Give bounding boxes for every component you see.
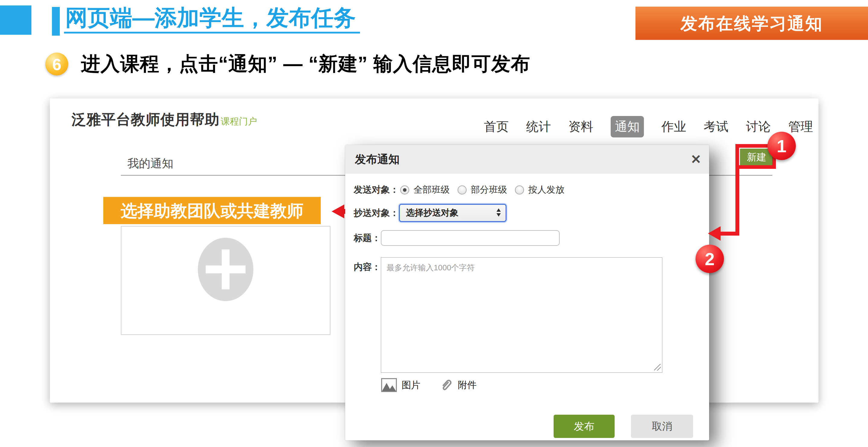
decor-square (0, 5, 31, 35)
nav-item-statistics[interactable]: 统计 (526, 118, 551, 135)
cc-select[interactable]: 选择抄送对象 (399, 204, 506, 222)
content-textarea[interactable] (381, 257, 662, 373)
topic-banner: 发布在线学习通知 (636, 7, 868, 40)
annotation-line-horizontal (719, 232, 739, 235)
select-arrows-icon (497, 209, 501, 217)
site-brand: 泛雅平台教师使用帮助 (71, 110, 220, 129)
radio-all-classes-label: 全部班级 (413, 184, 450, 196)
nav-item-home[interactable]: 首页 (484, 118, 508, 135)
send-to-row: 发送对象： 全部班级 部分班级 按人发放 (354, 184, 564, 196)
step-number-badge: 6 (45, 53, 68, 75)
nav-item-discussion[interactable]: 讨论 (746, 118, 771, 135)
cc-select-value: 选择抄送对象 (406, 207, 459, 219)
title-row: 标题： (354, 230, 560, 246)
radio-by-person-label: 按人发放 (528, 184, 564, 196)
radio-icon[interactable] (515, 186, 524, 194)
site-brand-suffix[interactable]: 课程门户 (221, 116, 257, 128)
nav-item-notice[interactable]: 通知 (611, 116, 644, 137)
main-nav: 首页 统计 资料 通知 作业 考试 讨论 管理 (484, 116, 813, 137)
modal-title: 发布通知 (355, 145, 400, 174)
tab-my-notices[interactable]: 我的通知 (127, 156, 173, 171)
resize-handle[interactable] (654, 364, 661, 371)
step-badge-2: 2 (695, 245, 724, 273)
site-header: 泛雅平台教师使用帮助 课程门户 (71, 110, 257, 129)
callout-arrow-icon (332, 204, 344, 218)
annotation-line-vertical (736, 165, 739, 235)
radio-some-classes[interactable]: 部分班级 (458, 184, 507, 196)
attach-row: 图片 附件 (381, 378, 476, 392)
content-textarea-wrap (381, 257, 662, 373)
callout-label: 选择助教团队或共建教师 (103, 197, 321, 224)
nav-item-exam[interactable]: 考试 (704, 118, 728, 135)
step-badge-1: 1 (768, 132, 796, 160)
slide-title: 网页端—添加学生，发布任务 (64, 5, 360, 34)
image-label: 图片 (402, 379, 421, 391)
radio-selected-icon[interactable] (400, 186, 409, 194)
content-label: 内容： (354, 257, 381, 273)
title-input[interactable] (381, 230, 560, 246)
cc-row: 抄送对象： 选择抄送对象 (354, 204, 506, 222)
paperclip-icon (439, 378, 453, 392)
insert-attachment-button[interactable]: 附件 (439, 378, 476, 392)
add-plus-icon[interactable] (198, 238, 253, 301)
title-label: 标题： (354, 232, 381, 244)
radio-some-classes-label: 部分班级 (471, 184, 507, 196)
nav-item-materials[interactable]: 资料 (568, 118, 593, 135)
decor-bar (52, 7, 60, 36)
modal-header: 发布通知 ✕ (345, 145, 709, 174)
nav-item-homework[interactable]: 作业 (661, 118, 686, 135)
cancel-button[interactable]: 取消 (631, 415, 693, 438)
insert-image-button[interactable]: 图片 (381, 378, 421, 392)
image-icon (381, 378, 397, 392)
annotation-arrow-icon (708, 226, 721, 241)
slide: 网页端—添加学生，发布任务 发布在线学习通知 6 进入课程，点击“通知” — “… (0, 0, 868, 447)
radio-icon[interactable] (458, 186, 467, 194)
publish-notice-modal: 发布通知 ✕ 发送对象： 全部班级 部分班级 按人发放 抄送对象： 选择抄送对象 (345, 145, 709, 440)
step-heading: 进入课程，点击“通知” — “新建” 输入信息即可发布 (81, 51, 530, 77)
send-to-label: 发送对象： (354, 184, 399, 196)
content-row: 内容： (354, 257, 662, 373)
publish-button[interactable]: 发布 (554, 415, 615, 438)
empty-notice-box[interactable] (121, 226, 331, 335)
attachment-label: 附件 (458, 379, 476, 391)
radio-by-person[interactable]: 按人发放 (515, 184, 564, 196)
nav-item-manage[interactable]: 管理 (788, 118, 813, 135)
cc-label: 抄送对象： (354, 207, 399, 219)
close-icon[interactable]: ✕ (691, 145, 701, 174)
radio-all-classes[interactable]: 全部班级 (400, 184, 450, 196)
